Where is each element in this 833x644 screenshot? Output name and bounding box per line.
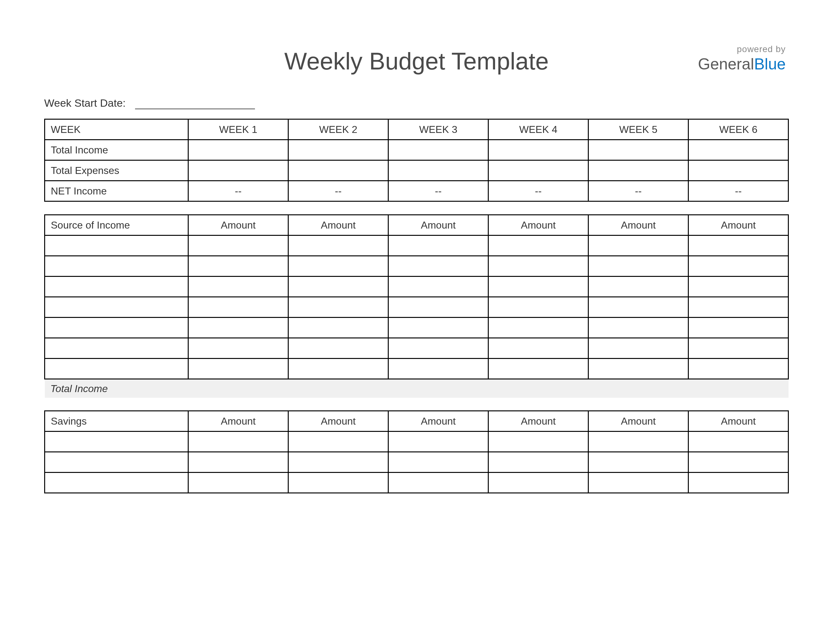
- income-row: [45, 317, 788, 338]
- income-cell[interactable]: [589, 277, 688, 297]
- income-cell[interactable]: [489, 317, 589, 338]
- savings-cell[interactable]: [688, 473, 788, 493]
- income-cell[interactable]: [45, 317, 188, 338]
- income-cell[interactable]: [388, 338, 489, 359]
- summary-cell[interactable]: [388, 160, 489, 181]
- income-cell[interactable]: [388, 235, 489, 256]
- summary-cell[interactable]: [288, 140, 388, 160]
- income-cell[interactable]: [388, 317, 489, 338]
- income-cell[interactable]: [188, 256, 288, 277]
- savings-cell[interactable]: [45, 431, 188, 452]
- savings-cell[interactable]: [188, 452, 288, 473]
- savings-cell[interactable]: [288, 452, 388, 473]
- summary-cell[interactable]: [188, 160, 288, 181]
- income-cell[interactable]: [288, 277, 388, 297]
- savings-cell[interactable]: [45, 473, 188, 493]
- savings-cell[interactable]: [388, 473, 489, 493]
- savings-cell[interactable]: [589, 431, 688, 452]
- summary-week-header: WEEK 3: [388, 119, 489, 140]
- summary-header-first: WEEK: [45, 119, 188, 140]
- savings-cell[interactable]: [388, 431, 489, 452]
- income-cell[interactable]: [388, 359, 489, 379]
- income-cell[interactable]: [288, 338, 388, 359]
- summary-cell: --: [589, 181, 688, 201]
- income-cell[interactable]: [489, 359, 589, 379]
- savings-cell[interactable]: [288, 473, 388, 493]
- savings-cell[interactable]: [589, 452, 688, 473]
- income-section: Source of Income Amount Amount Amount Am…: [44, 214, 789, 398]
- savings-cell[interactable]: [188, 473, 288, 493]
- savings-cell[interactable]: [489, 473, 589, 493]
- summary-cell[interactable]: [388, 140, 489, 160]
- income-row: [45, 359, 788, 379]
- savings-cell[interactable]: [489, 452, 589, 473]
- summary-row-net-income: NET Income -- -- -- -- -- --: [45, 181, 788, 201]
- income-cell[interactable]: [688, 235, 788, 256]
- income-cell[interactable]: [288, 317, 388, 338]
- summary-cell[interactable]: [589, 160, 688, 181]
- summary-week-header: WEEK 4: [489, 119, 589, 140]
- income-cell[interactable]: [589, 317, 688, 338]
- summary-cell[interactable]: [688, 140, 788, 160]
- summary-cell[interactable]: [589, 140, 688, 160]
- income-cell[interactable]: [45, 256, 188, 277]
- income-cell[interactable]: [688, 256, 788, 277]
- income-cell[interactable]: [589, 297, 688, 317]
- income-cell[interactable]: [188, 317, 288, 338]
- summary-cell[interactable]: [688, 160, 788, 181]
- income-cell[interactable]: [288, 359, 388, 379]
- income-row: [45, 277, 788, 297]
- income-cell[interactable]: [45, 338, 188, 359]
- income-cell[interactable]: [688, 338, 788, 359]
- income-cell[interactable]: [688, 297, 788, 317]
- summary-cell[interactable]: [489, 140, 589, 160]
- income-cell[interactable]: [489, 277, 589, 297]
- savings-cell[interactable]: [589, 473, 688, 493]
- savings-cell[interactable]: [45, 452, 188, 473]
- income-cell[interactable]: [288, 256, 388, 277]
- savings-cell[interactable]: [188, 431, 288, 452]
- summary-cell[interactable]: [288, 160, 388, 181]
- summary-row-total-income: Total Income: [45, 140, 788, 160]
- income-cell[interactable]: [589, 359, 688, 379]
- summary-cell[interactable]: [489, 160, 589, 181]
- income-cell[interactable]: [489, 256, 589, 277]
- income-cell[interactable]: [188, 277, 288, 297]
- income-cell[interactable]: [45, 277, 188, 297]
- income-total-cell: [188, 379, 288, 398]
- summary-row-label: NET Income: [45, 181, 188, 201]
- savings-cell[interactable]: [388, 452, 489, 473]
- summary-cell: --: [188, 181, 288, 201]
- income-cell[interactable]: [688, 317, 788, 338]
- income-cell[interactable]: [188, 297, 288, 317]
- income-cell[interactable]: [688, 359, 788, 379]
- income-cell[interactable]: [188, 338, 288, 359]
- income-total-cell: [688, 379, 788, 398]
- income-cell[interactable]: [589, 256, 688, 277]
- income-cell[interactable]: [489, 297, 589, 317]
- income-cell[interactable]: [45, 235, 188, 256]
- income-cell[interactable]: [489, 235, 589, 256]
- income-cell[interactable]: [188, 235, 288, 256]
- savings-cell[interactable]: [288, 431, 388, 452]
- income-cell[interactable]: [388, 256, 489, 277]
- income-table: Source of Income Amount Amount Amount Am…: [44, 214, 789, 398]
- income-total-label: Total Income: [45, 379, 188, 398]
- income-cell[interactable]: [288, 235, 388, 256]
- income-cell[interactable]: [388, 297, 489, 317]
- income-cell[interactable]: [288, 297, 388, 317]
- income-cell[interactable]: [45, 359, 188, 379]
- savings-cell[interactable]: [688, 431, 788, 452]
- savings-cell[interactable]: [688, 452, 788, 473]
- week-start-input[interactable]: [135, 98, 255, 109]
- income-cell[interactable]: [688, 277, 788, 297]
- savings-cell[interactable]: [489, 431, 589, 452]
- income-cell[interactable]: [188, 359, 288, 379]
- income-cell[interactable]: [589, 235, 688, 256]
- income-cell[interactable]: [45, 297, 188, 317]
- income-cell[interactable]: [489, 338, 589, 359]
- income-cell[interactable]: [589, 338, 688, 359]
- week-start-label: Week Start Date:: [44, 97, 125, 109]
- summary-cell[interactable]: [188, 140, 288, 160]
- income-cell[interactable]: [388, 277, 489, 297]
